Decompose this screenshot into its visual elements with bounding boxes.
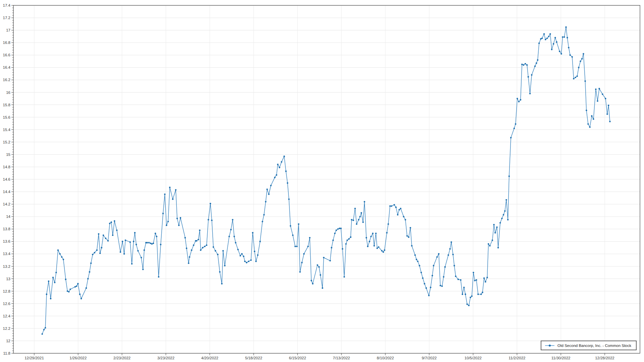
data-point-marker[interactable] bbox=[107, 240, 109, 242]
data-point-marker[interactable] bbox=[346, 239, 348, 241]
data-point-marker[interactable] bbox=[250, 259, 252, 261]
data-point-marker[interactable] bbox=[94, 252, 96, 253]
data-point-marker[interactable] bbox=[554, 37, 556, 39]
legend[interactable]: Old Second Bancorp, Inc. - Common Stock bbox=[541, 341, 637, 350]
data-point-marker[interactable] bbox=[257, 254, 259, 256]
data-point-marker[interactable] bbox=[485, 281, 486, 283]
data-point-marker[interactable] bbox=[211, 220, 213, 221]
data-point-marker[interactable] bbox=[200, 249, 202, 251]
data-point-marker[interactable] bbox=[358, 219, 360, 221]
data-point-marker[interactable] bbox=[68, 291, 70, 293]
data-point-marker[interactable] bbox=[353, 220, 354, 221]
data-point-marker[interactable] bbox=[572, 56, 573, 58]
data-point-marker[interactable] bbox=[425, 287, 427, 289]
data-point-marker[interactable] bbox=[548, 36, 550, 37]
data-point-marker[interactable] bbox=[493, 224, 495, 226]
data-point-marker[interactable] bbox=[241, 253, 243, 255]
data-point-marker[interactable] bbox=[109, 223, 111, 224]
data-point-marker[interactable] bbox=[323, 257, 325, 258]
data-point-marker[interactable] bbox=[239, 255, 241, 257]
data-point-marker[interactable] bbox=[351, 219, 353, 221]
data-point-marker[interactable] bbox=[470, 297, 471, 298]
data-point-marker[interactable] bbox=[112, 235, 114, 236]
data-point-marker[interactable] bbox=[589, 126, 591, 128]
data-point-marker[interactable] bbox=[443, 276, 444, 278]
data-point-marker[interactable] bbox=[507, 219, 509, 221]
data-point-marker[interactable] bbox=[99, 252, 101, 254]
data-point-marker[interactable] bbox=[474, 280, 476, 282]
data-point-marker[interactable] bbox=[334, 233, 336, 234]
data-point-marker[interactable] bbox=[342, 248, 343, 250]
data-point-marker[interactable] bbox=[169, 187, 171, 188]
data-point-marker[interactable] bbox=[80, 298, 82, 300]
data-point-marker[interactable] bbox=[210, 203, 211, 204]
data-point-marker[interactable] bbox=[575, 77, 576, 78]
data-point-marker[interactable] bbox=[593, 118, 594, 120]
data-point-marker[interactable] bbox=[90, 262, 92, 264]
data-point-marker[interactable] bbox=[378, 246, 379, 248]
data-point-marker[interactable] bbox=[221, 283, 223, 285]
data-point-marker[interactable] bbox=[514, 128, 515, 129]
data-point-marker[interactable] bbox=[294, 246, 296, 247]
data-point-marker[interactable] bbox=[219, 271, 221, 273]
data-point-marker[interactable] bbox=[42, 333, 43, 335]
data-point-marker[interactable] bbox=[591, 115, 593, 117]
data-point-marker[interactable] bbox=[465, 294, 466, 295]
data-point-marker[interactable] bbox=[155, 233, 156, 234]
data-point-marker[interactable] bbox=[189, 256, 191, 258]
data-point-marker[interactable] bbox=[564, 36, 565, 38]
data-point-marker[interactable] bbox=[403, 216, 405, 218]
data-point-marker[interactable] bbox=[156, 236, 158, 237]
data-point-marker[interactable] bbox=[322, 287, 323, 289]
data-point-marker[interactable] bbox=[141, 257, 142, 258]
data-point-marker[interactable] bbox=[147, 242, 148, 244]
data-point-marker[interactable] bbox=[252, 232, 254, 234]
data-point-marker[interactable] bbox=[345, 243, 347, 245]
data-point-marker[interactable] bbox=[228, 236, 230, 237]
data-point-marker[interactable] bbox=[361, 212, 362, 214]
data-point-marker[interactable] bbox=[111, 222, 112, 223]
data-point-marker[interactable] bbox=[538, 43, 540, 44]
data-point-marker[interactable] bbox=[348, 238, 350, 240]
data-point-marker[interactable] bbox=[136, 244, 137, 245]
data-point-marker[interactable] bbox=[549, 33, 551, 35]
data-point-marker[interactable] bbox=[503, 214, 504, 216]
data-point-marker[interactable] bbox=[370, 236, 372, 237]
data-point-marker[interactable] bbox=[373, 245, 375, 247]
data-point-marker[interactable] bbox=[222, 250, 224, 252]
data-point-marker[interactable] bbox=[505, 199, 507, 201]
data-point-marker[interactable] bbox=[151, 243, 153, 245]
data-point-marker[interactable] bbox=[98, 233, 100, 235]
price-line[interactable] bbox=[42, 27, 610, 334]
data-point-marker[interactable] bbox=[162, 213, 164, 215]
data-point-marker[interactable] bbox=[176, 218, 178, 220]
data-point-marker[interactable] bbox=[580, 61, 581, 62]
data-point-marker[interactable] bbox=[77, 283, 79, 285]
data-point-marker[interactable] bbox=[598, 88, 600, 89]
data-point-marker[interactable] bbox=[483, 277, 485, 279]
data-point-marker[interactable] bbox=[597, 100, 598, 102]
data-point-marker[interactable] bbox=[206, 244, 208, 246]
data-point-marker[interactable] bbox=[504, 210, 506, 212]
data-point-marker[interactable] bbox=[476, 279, 477, 281]
data-point-marker[interactable] bbox=[583, 53, 584, 55]
data-point-marker[interactable] bbox=[335, 230, 337, 231]
data-point-marker[interactable] bbox=[419, 265, 420, 266]
data-point-marker[interactable] bbox=[486, 277, 488, 279]
data-point-marker[interactable] bbox=[471, 295, 473, 297]
data-point-marker[interactable] bbox=[279, 167, 280, 169]
data-point-marker[interactable] bbox=[57, 249, 59, 251]
data-point-marker[interactable] bbox=[573, 78, 575, 79]
data-point-marker[interactable] bbox=[235, 242, 236, 244]
data-point-marker[interactable] bbox=[496, 226, 498, 228]
data-point-marker[interactable] bbox=[287, 182, 288, 184]
data-point-marker[interactable] bbox=[329, 260, 331, 262]
data-point-marker[interactable] bbox=[243, 256, 245, 257]
data-point-marker[interactable] bbox=[567, 37, 568, 39]
data-point-marker[interactable] bbox=[517, 98, 518, 100]
data-point-marker[interactable] bbox=[217, 254, 219, 255]
data-point-marker[interactable] bbox=[166, 225, 167, 226]
data-point-marker[interactable] bbox=[362, 222, 364, 223]
data-point-marker[interactable] bbox=[543, 33, 545, 35]
data-point-marker[interactable] bbox=[116, 230, 118, 231]
